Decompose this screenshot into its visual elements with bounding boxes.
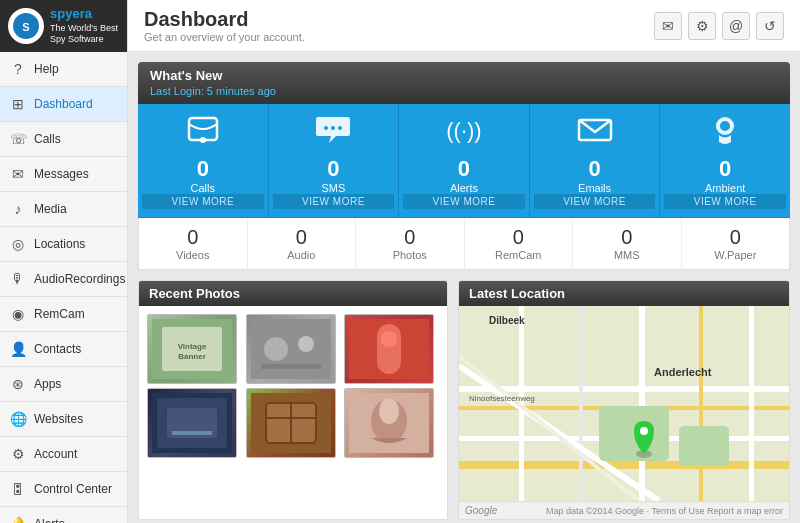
- stat-alerts[interactable]: ((·)) 0 Alerts VIEW MORE: [399, 104, 530, 217]
- alerts-viewmore[interactable]: VIEW MORE: [403, 194, 525, 209]
- stat-calls[interactable]: 0 Calls VIEW MORE: [138, 104, 269, 217]
- sidebar-item-label: Dashboard: [34, 97, 93, 111]
- photo-thumb-2[interactable]: [246, 314, 336, 384]
- recent-photos-title: Recent Photos: [149, 286, 240, 301]
- photo-thumb-3[interactable]: [344, 314, 434, 384]
- dashboard-icon: ⊞: [10, 96, 26, 112]
- sidebar-item-control-center[interactable]: 🎛 Control Center: [0, 472, 127, 507]
- svg-rect-15: [251, 319, 331, 379]
- photo-thumb-6[interactable]: [344, 388, 434, 458]
- sec-stat-videos[interactable]: 0 Videos: [139, 218, 248, 269]
- svg-rect-41: [699, 306, 703, 501]
- sms-stat-icon: [313, 112, 353, 154]
- stat-emails[interactable]: 0 Emails VIEW MORE: [530, 104, 661, 217]
- svg-text:Vintage: Vintage: [178, 342, 207, 351]
- email-icon: ✉: [662, 18, 674, 34]
- sidebar-item-messages[interactable]: ✉ Messages: [0, 157, 127, 192]
- sidebar-item-calls[interactable]: ☏ Calls: [0, 122, 127, 157]
- email-button[interactable]: ✉: [654, 12, 682, 40]
- sidebar-item-media[interactable]: ♪ Media: [0, 192, 127, 227]
- stats-row: 0 Calls VIEW MORE 0 SMS VIEW MORE: [138, 104, 790, 218]
- sidebar-item-label: Alerts: [34, 517, 65, 523]
- svg-text:Dilbeek: Dilbeek: [489, 315, 525, 326]
- svg-text:Banner: Banner: [178, 352, 206, 361]
- alerts-icon: 🔔: [10, 516, 26, 523]
- websites-icon: 🌐: [10, 411, 26, 427]
- audio-count: 0: [296, 226, 307, 249]
- emails-viewmore[interactable]: VIEW MORE: [534, 194, 656, 209]
- calls-icon: ☏: [10, 131, 26, 147]
- audio-label: Audio: [287, 249, 315, 261]
- remcam-icon: ◉: [10, 306, 26, 322]
- ambient-label: Ambient: [705, 182, 745, 194]
- photo-thumb-1[interactable]: Vintage Banner: [147, 314, 237, 384]
- settings-button[interactable]: ⚙: [688, 12, 716, 40]
- sms-label: SMS: [321, 182, 345, 194]
- svg-point-4: [324, 126, 328, 130]
- google-logo: Google: [465, 505, 497, 516]
- wpaper-count: 0: [730, 226, 741, 249]
- account-icon: ⚙: [10, 446, 26, 462]
- header-actions: ✉ ⚙ @ ↺: [654, 12, 784, 40]
- stat-ambient[interactable]: 0 Ambient VIEW MORE: [660, 104, 790, 217]
- sms-count: 0: [327, 156, 339, 182]
- map-attribution: Map data ©2014 Google · Terms of Use Rep…: [546, 506, 783, 516]
- svg-rect-25: [172, 431, 212, 435]
- calls-label: Calls: [191, 182, 215, 194]
- svg-point-21: [381, 331, 397, 347]
- svg-text:Anderlecht: Anderlecht: [654, 366, 712, 378]
- svg-point-10: [720, 121, 730, 131]
- sidebar-item-apps[interactable]: ⊛ Apps: [0, 367, 127, 402]
- mms-label: MMS: [614, 249, 640, 261]
- control-center-icon: 🎛: [10, 481, 26, 497]
- wpaper-label: W.Paper: [714, 249, 756, 261]
- svg-text:Ninoofsesteenweg: Ninoofsesteenweg: [469, 394, 535, 403]
- sidebar-item-alerts[interactable]: 🔔 Alerts: [0, 507, 127, 523]
- header-title-group: Dashboard Get an overview of your accoun…: [144, 8, 305, 43]
- photos-count: 0: [404, 226, 415, 249]
- sidebar-item-label: Control Center: [34, 482, 112, 496]
- locations-icon: ◎: [10, 236, 26, 252]
- svg-point-16: [264, 337, 288, 361]
- ambient-stat-icon: [705, 112, 745, 154]
- sidebar-item-remcam[interactable]: ◉ RemCam: [0, 297, 127, 332]
- header: Dashboard Get an overview of your accoun…: [128, 0, 800, 52]
- sec-stat-audio[interactable]: 0 Audio: [248, 218, 357, 269]
- secondary-stats: 0 Videos 0 Audio 0 Photos 0 RemCam 0 MMS…: [138, 218, 790, 270]
- sidebar-item-audiorecordings[interactable]: 🎙 AudioRecordings: [0, 262, 127, 297]
- latest-location-panel: Latest Location: [458, 280, 790, 520]
- sidebar-item-contacts[interactable]: 👤 Contacts: [0, 332, 127, 367]
- sidebar-item-help[interactable]: ? Help: [0, 52, 127, 87]
- calls-viewmore[interactable]: VIEW MORE: [142, 194, 264, 209]
- stat-sms[interactable]: 0 SMS VIEW MORE: [269, 104, 400, 217]
- svg-rect-37: [459, 461, 789, 469]
- ambient-viewmore[interactable]: VIEW MORE: [664, 194, 786, 209]
- sidebar-item-dashboard[interactable]: ⊞ Dashboard: [0, 87, 127, 122]
- sidebar-item-label: Websites: [34, 412, 83, 426]
- map-area[interactable]: Dilbeek Anderlecht Ninoofsesteenweg: [459, 306, 789, 501]
- refresh-button[interactable]: ↺: [756, 12, 784, 40]
- sec-stat-photos[interactable]: 0 Photos: [356, 218, 465, 269]
- videos-label: Videos: [176, 249, 209, 261]
- sidebar-item-locations[interactable]: ◎ Locations: [0, 227, 127, 262]
- calls-stat-icon: [183, 112, 223, 154]
- remcam-count: 0: [513, 226, 524, 249]
- photo-thumb-4[interactable]: [147, 388, 237, 458]
- sec-stat-wpaper[interactable]: 0 W.Paper: [682, 218, 790, 269]
- sidebar-item-websites[interactable]: 🌐 Websites: [0, 402, 127, 437]
- svg-text:S: S: [22, 21, 29, 33]
- sms-viewmore[interactable]: VIEW MORE: [273, 194, 395, 209]
- sec-stat-remcam[interactable]: 0 RemCam: [465, 218, 574, 269]
- sidebar-item-label: AudioRecordings: [34, 272, 125, 286]
- svg-point-51: [640, 427, 648, 435]
- sidebar-item-label: Contacts: [34, 342, 81, 356]
- sidebar-item-account[interactable]: ⚙ Account: [0, 437, 127, 472]
- photo-thumb-5[interactable]: [246, 388, 336, 458]
- svg-text:((·)): ((·)): [446, 118, 481, 143]
- page-title: Dashboard: [144, 8, 305, 31]
- photos-grid: Vintage Banner: [139, 306, 447, 466]
- sec-stat-mms[interactable]: 0 MMS: [573, 218, 682, 269]
- alerts-count: 0: [458, 156, 470, 182]
- user-button[interactable]: @: [722, 12, 750, 40]
- recent-photos-header: Recent Photos: [139, 281, 447, 306]
